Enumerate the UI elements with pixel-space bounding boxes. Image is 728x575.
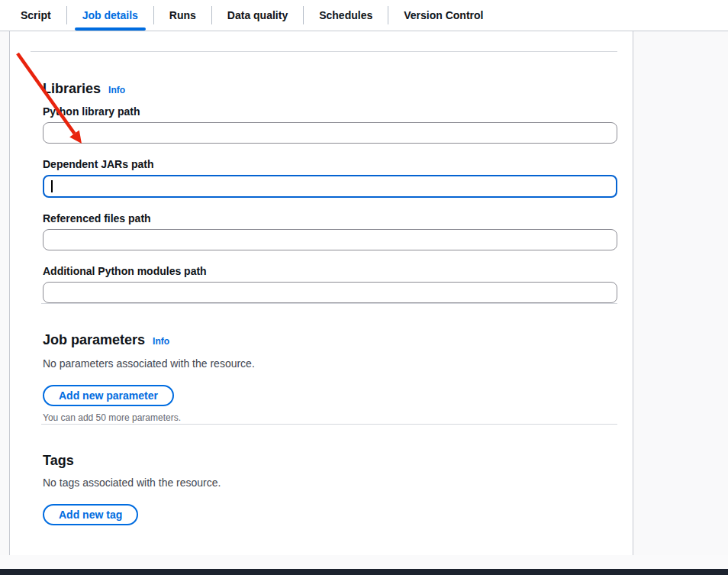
additional-python-modules-path-label: Additional Python modules path: [43, 265, 617, 277]
bottom-strip: [0, 555, 728, 569]
tab-runs[interactable]: Runs: [154, 0, 211, 31]
libraries-heading: Libraries Info: [43, 80, 617, 99]
tags-title: Tags: [43, 452, 74, 469]
additional-python-modules-path-input[interactable]: [43, 282, 617, 303]
job-parameters-title: Job parameters: [43, 331, 145, 348]
page-background-gutter: [633, 31, 728, 555]
tab-job-details[interactable]: Job details: [67, 0, 153, 31]
job-tab-bar: Script Job details Runs Data quality Sch…: [0, 0, 728, 31]
job-parameters-heading: Job parameters Info: [43, 331, 617, 350]
add-new-tag-button[interactable]: Add new tag: [43, 504, 138, 525]
job-parameters-hint: You can add 50 more parameters.: [43, 412, 617, 424]
libraries-title: Libraries: [43, 80, 101, 97]
tab-version-control[interactable]: Version Control: [388, 0, 498, 31]
dependent-jars-path-input[interactable]: [43, 175, 617, 198]
window-bottom-bar: [0, 569, 728, 575]
dependent-jars-path-label: Dependent JARs path: [43, 158, 617, 170]
tags-heading: Tags: [43, 452, 617, 469]
tab-schedules[interactable]: Schedules: [304, 0, 388, 31]
tags-empty-text: No tags associated with the resource.: [43, 475, 617, 490]
job-parameters-info-link[interactable]: Info: [153, 333, 169, 350]
add-new-parameter-button[interactable]: Add new parameter: [43, 385, 174, 406]
libraries-info-link[interactable]: Info: [108, 82, 125, 99]
tab-data-quality[interactable]: Data quality: [212, 0, 303, 31]
top-divider: [31, 51, 617, 52]
python-library-path-input[interactable]: [43, 122, 617, 144]
referenced-files-path-label: Referenced files path: [43, 212, 617, 225]
section-divider: [41, 303, 617, 304]
python-library-path-label: Python library path: [43, 105, 617, 118]
job-parameters-empty-text: No parameters associated with the resour…: [43, 356, 617, 371]
job-details-main: Libraries Info Python library path Depen…: [0, 31, 728, 555]
job-details-panel: Libraries Info Python library path Depen…: [9, 31, 633, 555]
text-cursor: [51, 180, 53, 192]
section-divider: [41, 424, 617, 425]
referenced-files-path-input[interactable]: [43, 229, 617, 250]
tab-script[interactable]: Script: [5, 0, 66, 31]
